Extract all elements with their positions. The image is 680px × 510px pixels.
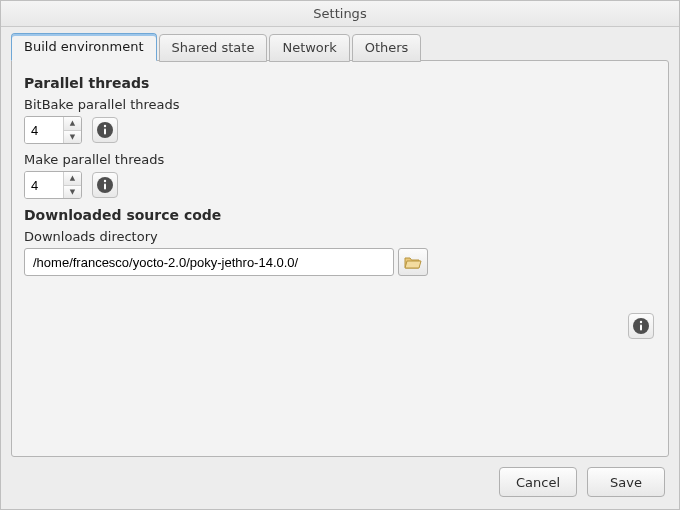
bitbake-spin-up[interactable]: ▲: [64, 117, 81, 130]
section-downloaded-source: Downloaded source code: [24, 207, 656, 223]
row-bitbake-threads: ▲ ▼: [24, 116, 656, 144]
label-bitbake-threads: BitBake parallel threads: [24, 97, 656, 112]
folder-open-icon: [404, 255, 422, 269]
downloads-directory-input[interactable]: [24, 248, 394, 276]
content-area: Build environment Shared state Network O…: [1, 27, 679, 457]
svg-rect-7: [640, 325, 642, 331]
downloads-info-button[interactable]: [628, 313, 654, 339]
make-threads-spinbox[interactable]: ▲ ▼: [24, 171, 82, 199]
save-button[interactable]: Save: [587, 467, 665, 497]
tab-others[interactable]: Others: [352, 34, 422, 62]
make-spin-up[interactable]: ▲: [64, 172, 81, 185]
info-icon: [632, 317, 650, 335]
bitbake-spin-buttons: ▲ ▼: [63, 117, 81, 143]
tabpanel-build-environment: Parallel threads BitBake parallel thread…: [11, 60, 669, 457]
downloads-browse-button[interactable]: [398, 248, 428, 276]
make-spin-buttons: ▲ ▼: [63, 172, 81, 198]
tabstrip: Build environment Shared state Network O…: [11, 33, 669, 61]
svg-point-5: [104, 180, 106, 182]
row-downloads-directory: [24, 248, 656, 276]
bitbake-spin-down[interactable]: ▼: [64, 130, 81, 144]
info-icon: [96, 121, 114, 139]
section-parallel-threads: Parallel threads: [24, 75, 656, 91]
bitbake-threads-spinbox[interactable]: ▲ ▼: [24, 116, 82, 144]
label-downloads-directory: Downloads directory: [24, 229, 656, 244]
settings-window: Settings Build environment Shared state …: [0, 0, 680, 510]
window-title: Settings: [1, 1, 679, 27]
info-icon: [96, 176, 114, 194]
tab-shared-state[interactable]: Shared state: [159, 34, 268, 62]
svg-rect-4: [104, 184, 106, 190]
make-info-button[interactable]: [92, 172, 118, 198]
svg-rect-1: [104, 129, 106, 135]
bitbake-info-button[interactable]: [92, 117, 118, 143]
tab-build-environment[interactable]: Build environment: [11, 33, 157, 61]
make-threads-input[interactable]: [25, 172, 63, 198]
row-make-threads: ▲ ▼: [24, 171, 656, 199]
svg-point-2: [104, 125, 106, 127]
svg-point-8: [640, 321, 642, 323]
make-spin-down[interactable]: ▼: [64, 185, 81, 199]
bitbake-threads-input[interactable]: [25, 117, 63, 143]
cancel-button[interactable]: Cancel: [499, 467, 577, 497]
label-make-threads: Make parallel threads: [24, 152, 656, 167]
tab-network[interactable]: Network: [269, 34, 349, 62]
dialog-button-bar: Cancel Save: [1, 457, 679, 509]
